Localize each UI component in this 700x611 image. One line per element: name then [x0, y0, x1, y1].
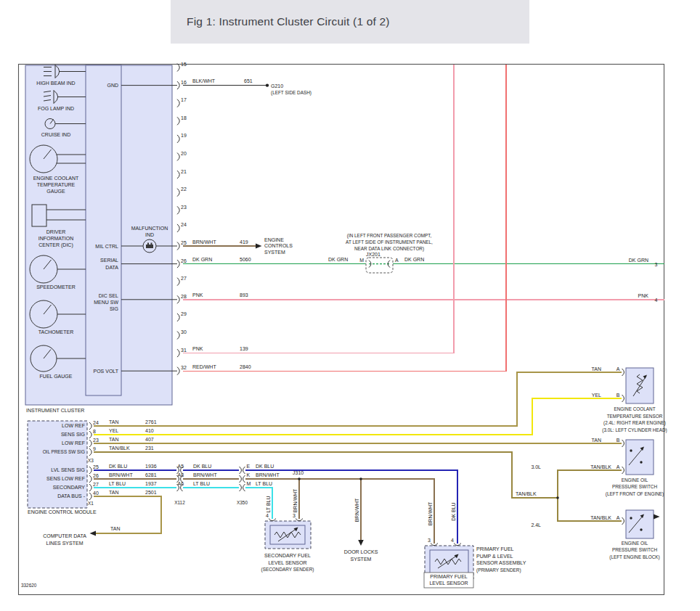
- offpage-page-number: 3: [655, 262, 658, 267]
- wire-color-label: TAN/BLK: [590, 464, 611, 469]
- jx201-label: JX201: [366, 252, 380, 257]
- wire-color-label: BRN/WHT: [192, 239, 216, 245]
- wire-color-label-vertical: BRN/WHT: [428, 501, 433, 525]
- tachometer-label: TACHOMETER: [38, 329, 73, 335]
- engine-controls-label-2: CONTROLS: [264, 243, 293, 248]
- wire-color-label: DK GRN: [328, 257, 348, 262]
- door-locks-label-2: SYSTEM: [351, 557, 372, 562]
- cluster-pin-connector: 15 16 17 18 19 20 21 22 23 24 25 26 27 2…: [177, 62, 187, 375]
- circuit-number-label: 5060: [240, 257, 251, 262]
- cluster-pin-number: 15: [181, 62, 187, 67]
- wire-color-label: DK BLU: [109, 464, 127, 469]
- cluster-pin-number: 25: [181, 240, 187, 245]
- jx201-pin-a-label: A: [395, 258, 399, 263]
- circuit-number-label: 2501: [145, 490, 157, 495]
- wire-color-label: TAN: [592, 438, 601, 443]
- connector-pin-label: E: [247, 464, 251, 469]
- dic-label-3: CENTER (DIC): [38, 242, 73, 248]
- cluster-pin-number: 27: [181, 276, 187, 281]
- wire-color-label: TAN: [592, 366, 601, 372]
- j310-label: J310: [293, 470, 304, 475]
- ecm-signal-label: OIL PRESS SW SIG: [43, 449, 85, 454]
- cluster-pin-number: 30: [181, 329, 187, 335]
- cluster-pin-number: 21: [181, 169, 187, 174]
- cluster-pin-number: 26: [181, 258, 187, 263]
- wire-color-label: TAN/BLK: [590, 515, 611, 520]
- ecm-label: ENGINE CONTROL MODULE: [28, 509, 97, 514]
- wire-color-label: PNK: [192, 346, 203, 351]
- connector-x350-label: X350: [237, 500, 248, 505]
- cluster-pin-number: 17: [181, 97, 187, 102]
- document-number: 332620: [21, 583, 37, 588]
- jx201-note-2: AT LEFT SIDE OF INSTRUMENT PANEL,: [346, 239, 433, 245]
- connector-pin-label: M: [247, 481, 251, 486]
- wire-color-label: DK GRN: [192, 257, 212, 262]
- coolant-gauge-label-2: TEMPERATURE: [37, 182, 76, 187]
- mil-label-1: MALFUNCTION: [131, 226, 168, 231]
- ecm-signal-label: LVL SENS SIG: [51, 467, 85, 472]
- sensor-pin-label: 3: [293, 513, 296, 518]
- sensor-pin-label: A: [616, 515, 620, 520]
- sensor-pin-label: B: [616, 393, 620, 398]
- oil-pressure-switch-3-0: TAN B TAN/BLK A 3.0L ENGINE OIL PRESSURE…: [531, 438, 664, 497]
- circuit-number-label: 1936: [145, 464, 157, 469]
- primary-fuel-assembly: 3 4 PRIMARY FUEL PUMP & LEVEL SENSOR ASS…: [424, 538, 526, 589]
- cluster-pin-number: 22: [181, 186, 187, 192]
- oil-switch-24-label-1: ENGINE OIL: [622, 541, 648, 546]
- circuit-number-label: 1937: [145, 481, 157, 486]
- ecm-pin-number: 26: [93, 473, 99, 478]
- jx201-note-1: (IN LEFT FRONT PASSENGER COMPT,: [347, 233, 432, 239]
- circuit-number-label: 2840: [240, 364, 251, 369]
- coolant-temperature-sensor: TAN A YEL B ENGINE COOLANT TEMPERATURE S…: [592, 366, 667, 433]
- circuit-number-label: 2761: [145, 419, 157, 425]
- oil-pressure-switch-2-4: TAN/BLK A 2.4L ENGINE OIL PRESSURE SWITC…: [531, 510, 659, 560]
- door-locks-system: DOOR LOCKS SYSTEM: [344, 540, 378, 562]
- offpage-pnk-label: PNK: [638, 293, 649, 298]
- cluster-pin-number: 24: [181, 222, 187, 227]
- oil-switch-30-label-3: (LEFT FRONT OF ENGINE): [606, 491, 664, 497]
- wire-color-label: TAN: [109, 490, 118, 495]
- sensor-pin-label: B: [616, 438, 620, 443]
- primary-sensor-box: [430, 550, 468, 573]
- oil-switch-30-label-2: PRESSURE SWITCH: [612, 484, 658, 489]
- wire-color-label: TAN: [110, 526, 120, 531]
- circuit-number-label: 139: [240, 346, 248, 351]
- coolant-sensor-label-2: TEMPERATURE SENSOR: [607, 414, 663, 419]
- jx201-box: [366, 258, 393, 273]
- circuit-number-label: 231: [145, 446, 154, 451]
- primary-sensor-label-1: PRIMARY FUEL: [430, 574, 468, 579]
- cluster-pin-number: 19: [181, 133, 187, 138]
- wire-color-label-vertical: DK BLU: [451, 502, 456, 520]
- connector-pin-label: A5: [178, 464, 184, 469]
- offpage-page-number: 4: [655, 298, 658, 303]
- ecm-signal-label: LOW REF: [62, 423, 85, 428]
- wire-color-label: LT BLU: [109, 481, 126, 486]
- cluster-pin-number: 32: [181, 365, 187, 370]
- ecm-signal-label: SECONDARY: [53, 485, 86, 490]
- secondary-sensor-label-2: LEVEL SENSOR: [268, 560, 306, 565]
- wire-color-label: DK GRN: [404, 257, 424, 262]
- connector-x112-label: X112: [174, 500, 185, 505]
- ecm-pin-number: 27: [93, 482, 99, 487]
- wire-color-label: BRN/WHT: [109, 472, 133, 477]
- sensor-pin-label: 3: [428, 538, 431, 543]
- computer-data-arrow: [90, 530, 97, 536]
- junction-dot: [359, 477, 362, 480]
- wire-redwht-2840: RED/WHT 2840: [183, 65, 506, 371]
- ecm-signal-label: LOW REF: [62, 440, 85, 446]
- primary-assembly-label-4: (PRIMARY SENDER): [476, 567, 521, 573]
- mil-label-2: IND: [145, 232, 154, 237]
- wire-color-label: BLK/WHT: [192, 78, 216, 83]
- signal-dic-sel-label-1: DIC SEL: [99, 293, 118, 298]
- door-locks-label-1: DOOR LOCKS: [344, 549, 378, 554]
- signal-mil-ctrl-label: MIL CTRL: [95, 244, 118, 249]
- ecm-pin-number: 8: [93, 429, 96, 434]
- primary-assembly-label-3: SENSOR ASSEMBLY: [476, 560, 526, 565]
- offpage-dkgrn-label: DK GRN: [629, 258, 648, 263]
- cluster-pin-number: 20: [181, 151, 187, 156]
- ecm-pin-number: 40: [93, 491, 99, 496]
- primary-sensor-label-2: LEVEL SENSOR: [429, 581, 468, 586]
- ecm-signal-label: SENS SIG: [61, 432, 85, 437]
- wire-color-label: RED/WHT: [192, 364, 216, 369]
- oil-switch-30-box: [626, 440, 654, 475]
